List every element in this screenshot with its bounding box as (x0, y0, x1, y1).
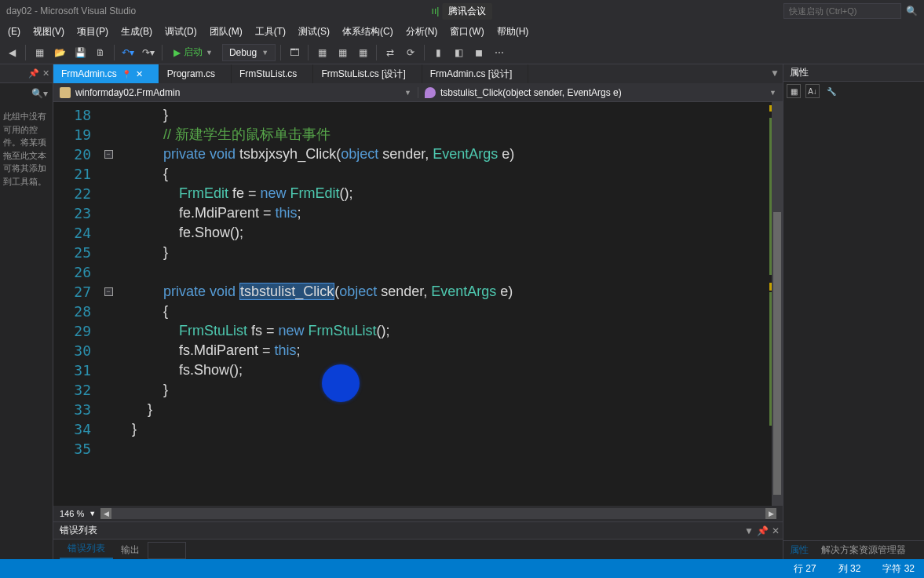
tab-frmadmin-design[interactable]: FrmAdmin.cs [设计] (422, 64, 529, 83)
error-panel-label: 错误列表 (60, 524, 97, 537)
menu-view[interactable]: 视图(V) (28, 24, 69, 40)
config-value: Debug (229, 47, 257, 58)
tool-button[interactable]: ⇄ (382, 44, 399, 61)
menu-window[interactable]: 窗口(W) (445, 24, 488, 40)
properties-panel: 属性 ▦ A↓ 🔧 属性 解决方案资源管理器 (783, 64, 924, 559)
redo-button[interactable]: ↷▾ (140, 44, 157, 61)
tab-frmadmin[interactable]: FrmAdmin.cs 📍 ✕ (53, 64, 159, 83)
save-all-button[interactable]: 🗎 (92, 44, 109, 61)
horizontal-scrollbar[interactable]: ◀ ▶ (100, 508, 776, 519)
chevron-down-icon: ▼ (404, 89, 411, 97)
fold-toggle[interactable]: − (104, 287, 113, 296)
close-icon[interactable]: ✕ (42, 68, 49, 79)
new-button[interactable]: ▦ (31, 44, 48, 61)
tool-button[interactable]: ◧ (450, 44, 467, 61)
menu-edit[interactable]: (E) (3, 24, 25, 38)
editor-tabs: FrmAdmin.cs 📍 ✕ Program.cs FrmStuList.cs… (53, 64, 783, 83)
tool-button[interactable]: ⟳ (402, 44, 419, 61)
close-icon[interactable]: ✕ (772, 525, 780, 536)
quick-launch: 🔍 (783, 3, 918, 19)
events-button[interactable]: 🔧 (824, 84, 838, 98)
tool-button[interactable]: ◼ (470, 44, 488, 61)
error-panel-title: 错误列表 ▼ 📌 ✕ (53, 522, 783, 539)
tool-button[interactable]: ▮ (429, 44, 447, 61)
vertical-scrollbar[interactable] (772, 102, 783, 506)
chevron-down-icon[interactable]: ▼ (744, 525, 754, 536)
start-debug-button[interactable]: ▶ 启动 ▼ (167, 44, 219, 60)
nav-back-button[interactable]: ◀ (3, 44, 20, 61)
separator (280, 45, 281, 60)
tab-frmstulist[interactable]: FrmStuList.cs (232, 64, 313, 83)
menu-test[interactable]: 测试(S) (294, 24, 334, 40)
error-panel: 错误列表 ▼ 📌 ✕ 错误列表 输出 (53, 521, 783, 559)
titlebar: day02 - Microsoft Visual Studio ıı| 腾讯会议… (0, 0, 924, 22)
menu-project[interactable]: 项目(P) (72, 24, 113, 40)
error-panel-tabs: 错误列表 输出 (53, 539, 783, 559)
separator (162, 45, 163, 60)
chevron-down-icon[interactable]: ▼ (89, 510, 96, 518)
main: 📌 ✕ 🔍▾ 此组中没有可用的控件。将某项拖至此文本可将其添加到工具箱。 Frm… (0, 64, 924, 559)
rtab-solution-explorer[interactable]: 解决方案资源管理器 (815, 541, 912, 559)
menu-arch[interactable]: 体系结构(C) (338, 24, 398, 40)
menu-build[interactable]: 生成(B) (116, 24, 157, 40)
tool-button[interactable]: ⋯ (491, 44, 508, 61)
method-icon (425, 87, 436, 98)
line-gutter: 181920212223242526272829303132333435 (53, 102, 100, 506)
right-bottom-tabs: 属性 解决方案资源管理器 (783, 540, 924, 559)
tab-label: FrmAdmin.cs (61, 68, 117, 79)
separator (424, 45, 425, 60)
pin-icon[interactable]: 📍 (122, 70, 131, 79)
status-col: 列 32 (838, 562, 861, 576)
scroll-left-button[interactable]: ◀ (100, 508, 111, 519)
tool-button[interactable]: ▦ (313, 44, 331, 61)
class-icon (60, 87, 71, 98)
menu-team[interactable]: 团队(M) (205, 24, 247, 40)
menubar: (E) 视图(V) 项目(P) 生成(B) 调试(D) 团队(M) 工具(T) … (0, 22, 924, 41)
undo-button[interactable]: ↶▾ (119, 44, 137, 61)
tab-frmstulist-design[interactable]: FrmStuList.cs [设计] (313, 64, 422, 83)
pin-icon[interactable]: 📌 (757, 525, 769, 536)
menu-tools[interactable]: 工具(T) (250, 24, 290, 40)
config-dropdown[interactable]: Debug ▼ (222, 44, 276, 61)
status-char: 字符 32 (882, 562, 915, 576)
error-panel-actions: ▼ 📌 ✕ (744, 525, 780, 536)
close-icon[interactable]: ✕ (136, 69, 143, 79)
start-label: 启动 (184, 46, 203, 59)
zoom-level[interactable]: 146 % (60, 509, 84, 518)
sort-button[interactable]: A↓ (805, 84, 820, 98)
fold-toggle[interactable]: − (104, 150, 113, 159)
menu-help[interactable]: 帮助(H) (492, 24, 534, 40)
pin-icon[interactable]: 📌 (28, 68, 39, 79)
tool-button[interactable]: ▦ (334, 44, 351, 61)
properties-body (783, 101, 924, 540)
nav-type-text: winformday02.FrmAdmin (75, 87, 180, 98)
save-button[interactable]: 💾 (71, 44, 89, 61)
code-editor[interactable]: } // 新建学生的鼠标单击事件 private void tsbxjxsyh_… (116, 102, 783, 506)
chevron-down-icon[interactable]: ▼ (770, 68, 780, 79)
error-tab-errors[interactable]: 错误列表 (60, 540, 113, 559)
scroll-right-button[interactable]: ▶ (765, 508, 776, 519)
scrollbar-thumb[interactable] (773, 212, 781, 495)
nav-member-dropdown[interactable]: tsbstulist_Click(object sender, EventArg… (418, 87, 783, 98)
tab-program[interactable]: Program.cs (159, 64, 232, 83)
tool-button[interactable]: ▦ (354, 44, 371, 61)
tool-button[interactable]: 🗔 (286, 44, 303, 61)
toolbar: ◀ ▦ 📂 💾 🗎 ↶▾ ↷▾ ▶ 启动 ▼ Debug ▼ 🗔 ▦ ▦ ▦ ⇄… (0, 41, 924, 64)
nav-type-dropdown[interactable]: winformday02.FrmAdmin ▼ (53, 87, 418, 98)
search-icon[interactable]: 🔍▾ (31, 88, 48, 99)
menu-analyze[interactable]: 分析(N) (401, 24, 443, 40)
separator (376, 45, 377, 60)
categorize-button[interactable]: ▦ (787, 84, 801, 98)
menu-debug[interactable]: 调试(D) (160, 24, 202, 40)
signal-icon: ıı| (432, 5, 440, 16)
error-tab-blank[interactable] (148, 542, 186, 559)
rtab-properties[interactable]: 属性 (783, 541, 815, 559)
editor-area: FrmAdmin.cs 📍 ✕ Program.cs FrmStuList.cs… (53, 64, 783, 559)
meeting-label: 腾讯会议 (442, 3, 492, 20)
open-button[interactable]: 📂 (51, 44, 68, 61)
quick-launch-input[interactable] (783, 3, 901, 19)
zoom-bar: 146 % ▼ ◀ ▶ (53, 506, 783, 521)
search-icon[interactable]: 🔍 (906, 5, 918, 16)
tab-label: FrmStuList.cs [设计] (321, 68, 405, 81)
error-tab-output[interactable]: 输出 (113, 541, 148, 559)
